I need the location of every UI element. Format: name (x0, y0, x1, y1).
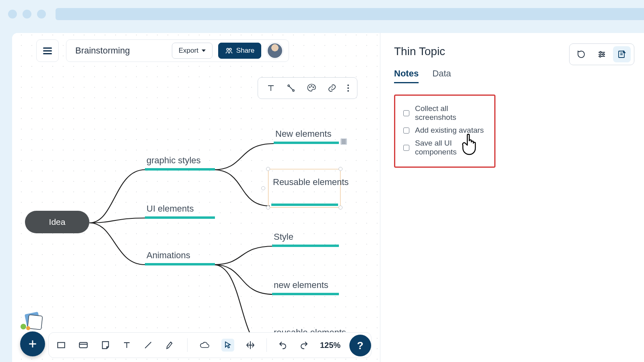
notes-panel-button[interactable] (613, 46, 631, 62)
shape-note-button[interactable] (100, 340, 111, 350)
node-ui-elements[interactable]: UI elements (147, 204, 194, 214)
node-format-toolbar (258, 77, 357, 99)
tab-notes[interactable]: Notes (394, 68, 419, 83)
svg-point-0 (227, 48, 229, 50)
browser-chrome (0, 0, 644, 20)
highlighter-button[interactable] (165, 340, 176, 350)
node-underline (274, 142, 339, 144)
export-button-label: Export (179, 47, 198, 55)
shape-card-button[interactable] (78, 340, 89, 350)
checkbox-icon[interactable] (403, 145, 409, 151)
link-tool-button[interactable] (327, 83, 337, 93)
document-header-card: Brainstorming Export Share (66, 39, 289, 62)
svg-point-4 (310, 87, 310, 88)
node-underline (272, 293, 339, 295)
export-button[interactable]: Export (172, 43, 213, 59)
text-insert-button[interactable] (122, 340, 132, 350)
share-button[interactable]: Share (218, 43, 261, 59)
canvas-pane[interactable]: Brainstorming Export Share (12, 33, 380, 362)
svg-point-3 (293, 90, 294, 91)
node-style[interactable]: Style (274, 232, 293, 242)
checklist-item[interactable]: Collect all screenshots (403, 102, 486, 124)
node-underline (145, 168, 215, 171)
cloud-sync-button[interactable] (199, 340, 210, 350)
settings-sliders-button[interactable] (593, 46, 611, 62)
pan-tool-button[interactable] (246, 340, 255, 350)
side-panel: Thin Topic Notes Data Collect all screen… (380, 33, 644, 362)
main-menu-button[interactable] (36, 39, 59, 62)
svg-point-2 (288, 85, 289, 86)
bottom-toolbar: 125% (48, 332, 372, 358)
svg-point-14 (600, 51, 601, 53)
more-menu-button[interactable] (347, 84, 349, 92)
svg-point-16 (599, 56, 601, 57)
checklist-item-label: Collect all screenshots (415, 104, 486, 122)
zoom-level[interactable]: 125% (320, 341, 341, 350)
shape-rectangle-button[interactable] (56, 340, 66, 350)
node-graphic-styles[interactable]: graphic styles (147, 155, 201, 166)
people-icon (225, 47, 233, 55)
help-fab-label: ? (357, 339, 363, 352)
cursor-hand-icon (459, 132, 481, 156)
svg-rect-12 (79, 343, 87, 348)
share-button-label: Share (236, 47, 254, 55)
node-underline (272, 245, 339, 247)
root-label: Idea (49, 217, 66, 227)
svg-point-15 (603, 53, 604, 55)
notes-checklist-highlight[interactable]: Collect all screenshots Add existing ava… (394, 95, 495, 168)
traffic-light-dot (23, 10, 31, 19)
toolbar-separator (266, 338, 267, 352)
checkbox-icon[interactable] (403, 110, 409, 116)
document-title[interactable]: Brainstorming (75, 45, 166, 56)
svg-point-5 (311, 86, 312, 86)
side-panel-tabs: Notes Data (394, 68, 630, 83)
svg-point-1 (229, 48, 231, 50)
svg-point-10 (26, 326, 30, 330)
help-fab[interactable]: ? (349, 335, 371, 356)
mindmap-root-node[interactable]: Idea (25, 211, 89, 233)
stickers-button[interactable] (20, 311, 45, 331)
palette-tool-button[interactable] (306, 83, 317, 93)
tab-data[interactable]: Data (432, 68, 451, 83)
line-tool-button[interactable] (143, 340, 153, 350)
node-animations[interactable]: Animations (147, 250, 190, 261)
node-underline (145, 263, 215, 265)
side-panel-tools (569, 43, 634, 65)
node-reusable-elements-selected[interactable]: Reusable elements (273, 177, 317, 187)
undo-button[interactable] (278, 340, 288, 350)
add-element-fab[interactable] (20, 331, 45, 356)
node-underline (271, 204, 338, 206)
toolbar-separator (187, 338, 188, 352)
notes-indicator-icon[interactable] (341, 138, 347, 145)
connector-tool-button[interactable] (286, 83, 296, 93)
pointer-tool-button[interactable] (221, 339, 234, 352)
app-window: Brainstorming Export Share (12, 33, 644, 362)
comments-button[interactable] (573, 46, 590, 62)
node-underline (145, 216, 215, 219)
address-bar-placeholder (56, 8, 644, 20)
svg-point-6 (313, 87, 314, 88)
traffic-light-dot (8, 10, 17, 19)
text-tool-button[interactable] (266, 83, 276, 93)
checkbox-icon[interactable] (403, 128, 409, 134)
selection-box[interactable] (268, 169, 341, 208)
redo-button[interactable] (299, 340, 309, 350)
svg-rect-11 (58, 343, 64, 348)
svg-point-9 (21, 324, 26, 329)
node-new-elements-2[interactable]: new elements (274, 280, 328, 290)
caret-down-icon (202, 49, 206, 52)
traffic-light-dot (37, 10, 46, 19)
node-new-elements[interactable]: New elements (275, 129, 331, 139)
user-avatar[interactable] (267, 43, 283, 59)
